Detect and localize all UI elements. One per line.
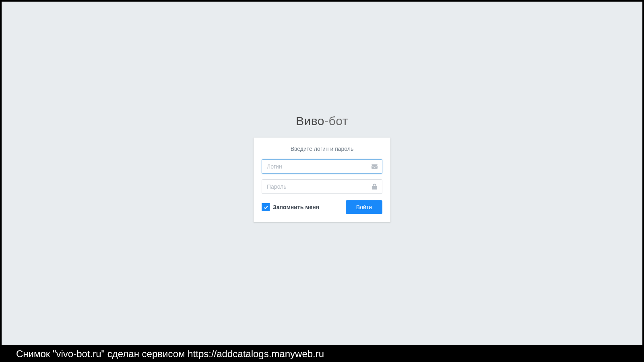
password-input[interactable] (262, 179, 382, 194)
brand-title-light: -бот (324, 114, 348, 128)
login-instruction: Введите логин и пароль (262, 146, 382, 152)
brand-title: Виво-бот (254, 114, 390, 128)
login-card: Введите логин и пароль Запомнить (254, 138, 390, 222)
brand-title-bold: Виво (296, 114, 324, 128)
password-input-group (262, 179, 382, 194)
submit-button[interactable]: Войти (346, 200, 382, 214)
form-footer: Запомнить меня Войти (262, 200, 382, 214)
screenshot-caption: Снимок "vivo-bot.ru" сделан сервисом htt… (0, 346, 644, 362)
login-wrapper: Виво-бот Введите логин и пароль (254, 114, 390, 222)
login-input[interactable] (262, 159, 382, 174)
remember-me-toggle[interactable]: Запомнить меня (262, 203, 319, 211)
page-background: Виво-бот Введите логин и пароль (2, 2, 642, 345)
checkbox-checked-icon (262, 203, 270, 211)
remember-me-label: Запомнить меня (273, 204, 319, 210)
login-input-group (262, 159, 382, 174)
